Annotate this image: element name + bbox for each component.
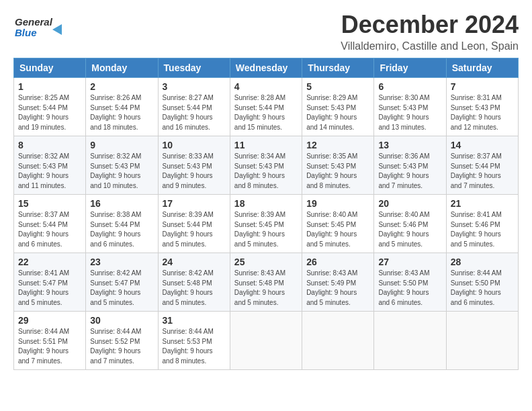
table-row: 14Sunrise: 8:37 AMSunset: 5:44 PMDayligh… bbox=[446, 136, 518, 195]
day-info: Sunrise: 8:43 AMSunset: 5:48 PMDaylight:… bbox=[234, 269, 298, 308]
day-info: Sunrise: 8:28 AMSunset: 5:44 PMDaylight:… bbox=[234, 93, 298, 132]
day-info: Sunrise: 8:32 AMSunset: 5:43 PMDaylight:… bbox=[18, 152, 81, 191]
day-number: 12 bbox=[306, 140, 369, 150]
day-info: Sunrise: 8:30 AMSunset: 5:43 PMDaylight:… bbox=[378, 93, 441, 132]
day-number: 16 bbox=[90, 198, 153, 209]
logo: General Blue bbox=[13, 11, 67, 43]
table-row: 11Sunrise: 8:34 AMSunset: 5:43 PMDayligh… bbox=[230, 136, 302, 195]
calendar-week-row: 29Sunrise: 8:44 AMSunset: 5:51 PMDayligh… bbox=[14, 312, 519, 370]
day-info: Sunrise: 8:34 AMSunset: 5:43 PMDaylight:… bbox=[234, 152, 298, 191]
table-row: 9Sunrise: 8:32 AMSunset: 5:43 PMDaylight… bbox=[86, 136, 158, 195]
calendar-week-row: 1Sunrise: 8:25 AMSunset: 5:44 PMDaylight… bbox=[14, 78, 519, 136]
day-info: Sunrise: 8:43 AMSunset: 5:50 PMDaylight:… bbox=[378, 269, 441, 308]
table-row: 20Sunrise: 8:40 AMSunset: 5:46 PMDayligh… bbox=[374, 195, 446, 253]
day-number: 13 bbox=[378, 140, 441, 150]
day-number: 22 bbox=[18, 257, 81, 267]
day-number: 31 bbox=[163, 315, 226, 326]
col-saturday: Saturday bbox=[446, 58, 518, 78]
day-info: Sunrise: 8:33 AMSunset: 5:43 PMDaylight:… bbox=[163, 152, 226, 191]
table-row: 8Sunrise: 8:32 AMSunset: 5:43 PMDaylight… bbox=[14, 136, 86, 195]
day-number: 19 bbox=[306, 198, 369, 209]
day-number: 3 bbox=[163, 81, 226, 92]
table-row: 30Sunrise: 8:44 AMSunset: 5:52 PMDayligh… bbox=[86, 312, 158, 370]
table-row bbox=[302, 312, 374, 370]
calendar-week-row: 8Sunrise: 8:32 AMSunset: 5:43 PMDaylight… bbox=[14, 136, 519, 195]
table-row: 22Sunrise: 8:41 AMSunset: 5:47 PMDayligh… bbox=[14, 253, 86, 312]
day-number: 30 bbox=[90, 315, 153, 326]
day-info: Sunrise: 8:31 AMSunset: 5:43 PMDaylight:… bbox=[451, 93, 514, 132]
table-row: 10Sunrise: 8:33 AMSunset: 5:43 PMDayligh… bbox=[158, 136, 230, 195]
table-row: 29Sunrise: 8:44 AMSunset: 5:51 PMDayligh… bbox=[14, 312, 86, 370]
table-row: 24Sunrise: 8:42 AMSunset: 5:48 PMDayligh… bbox=[158, 253, 230, 312]
svg-marker-2 bbox=[52, 24, 62, 35]
table-row: 2Sunrise: 8:26 AMSunset: 5:44 PMDaylight… bbox=[86, 78, 158, 136]
day-number: 27 bbox=[378, 257, 441, 267]
table-row: 3Sunrise: 8:27 AMSunset: 5:44 PMDaylight… bbox=[158, 78, 230, 136]
table-row: 19Sunrise: 8:40 AMSunset: 5:45 PMDayligh… bbox=[302, 195, 374, 253]
day-info: Sunrise: 8:39 AMSunset: 5:44 PMDaylight:… bbox=[163, 210, 226, 249]
svg-text:General: General bbox=[15, 16, 53, 28]
table-row: 27Sunrise: 8:43 AMSunset: 5:50 PMDayligh… bbox=[374, 253, 446, 312]
day-number: 5 bbox=[306, 81, 369, 92]
table-row: 4Sunrise: 8:28 AMSunset: 5:44 PMDaylight… bbox=[230, 78, 302, 136]
table-row: 21Sunrise: 8:41 AMSunset: 5:46 PMDayligh… bbox=[446, 195, 518, 253]
table-row: 26Sunrise: 8:43 AMSunset: 5:49 PMDayligh… bbox=[302, 253, 374, 312]
day-number: 4 bbox=[234, 81, 298, 92]
day-info: Sunrise: 8:32 AMSunset: 5:43 PMDaylight:… bbox=[90, 152, 153, 191]
table-row bbox=[230, 312, 302, 370]
day-info: Sunrise: 8:40 AMSunset: 5:45 PMDaylight:… bbox=[306, 210, 369, 249]
calendar-header-row: Sunday Monday Tuesday Wednesday Thursday… bbox=[14, 58, 519, 78]
day-number: 29 bbox=[18, 315, 81, 326]
day-info: Sunrise: 8:25 AMSunset: 5:44 PMDaylight:… bbox=[18, 93, 81, 132]
table-row: 23Sunrise: 8:42 AMSunset: 5:47 PMDayligh… bbox=[86, 253, 158, 312]
day-info: Sunrise: 8:37 AMSunset: 5:44 PMDaylight:… bbox=[451, 152, 514, 191]
table-row bbox=[374, 312, 446, 370]
table-row bbox=[446, 312, 518, 370]
header: General Blue December 2024 Villaldemiro,… bbox=[13, 11, 519, 52]
day-info: Sunrise: 8:29 AMSunset: 5:43 PMDaylight:… bbox=[306, 93, 369, 132]
table-row: 15Sunrise: 8:37 AMSunset: 5:44 PMDayligh… bbox=[14, 195, 86, 253]
location-title: Villaldemiro, Castille and Leon, Spain bbox=[341, 40, 519, 52]
title-area: December 2024 Villaldemiro, Castille and… bbox=[341, 11, 519, 52]
day-info: Sunrise: 8:41 AMSunset: 5:46 PMDaylight:… bbox=[451, 210, 514, 249]
day-number: 1 bbox=[18, 81, 81, 92]
day-number: 23 bbox=[90, 257, 153, 267]
day-info: Sunrise: 8:44 AMSunset: 5:50 PMDaylight:… bbox=[451, 269, 514, 308]
day-number: 18 bbox=[234, 198, 298, 209]
day-info: Sunrise: 8:35 AMSunset: 5:43 PMDaylight:… bbox=[306, 152, 369, 191]
table-row: 5Sunrise: 8:29 AMSunset: 5:43 PMDaylight… bbox=[302, 78, 374, 136]
day-info: Sunrise: 8:44 AMSunset: 5:53 PMDaylight:… bbox=[163, 327, 226, 366]
svg-text:Blue: Blue bbox=[15, 27, 37, 38]
day-number: 10 bbox=[163, 140, 226, 150]
logo-icon: General Blue bbox=[13, 11, 67, 43]
day-info: Sunrise: 8:44 AMSunset: 5:51 PMDaylight:… bbox=[18, 327, 81, 366]
day-number: 9 bbox=[90, 140, 153, 150]
day-number: 15 bbox=[18, 198, 81, 209]
table-row: 17Sunrise: 8:39 AMSunset: 5:44 PMDayligh… bbox=[158, 195, 230, 253]
day-number: 24 bbox=[163, 257, 226, 267]
day-number: 21 bbox=[451, 198, 514, 209]
day-info: Sunrise: 8:43 AMSunset: 5:49 PMDaylight:… bbox=[306, 269, 369, 308]
day-info: Sunrise: 8:38 AMSunset: 5:44 PMDaylight:… bbox=[90, 210, 153, 249]
month-title: December 2024 bbox=[341, 11, 519, 39]
day-number: 2 bbox=[90, 81, 153, 92]
col-tuesday: Tuesday bbox=[158, 58, 230, 78]
day-number: 25 bbox=[234, 257, 298, 267]
day-number: 20 bbox=[378, 198, 441, 209]
day-number: 17 bbox=[163, 198, 226, 209]
col-monday: Monday bbox=[86, 58, 158, 78]
day-number: 11 bbox=[234, 140, 298, 150]
day-info: Sunrise: 8:40 AMSunset: 5:46 PMDaylight:… bbox=[378, 210, 441, 249]
day-info: Sunrise: 8:44 AMSunset: 5:52 PMDaylight:… bbox=[90, 327, 153, 366]
day-info: Sunrise: 8:27 AMSunset: 5:44 PMDaylight:… bbox=[163, 93, 226, 132]
day-info: Sunrise: 8:26 AMSunset: 5:44 PMDaylight:… bbox=[90, 93, 153, 132]
table-row: 31Sunrise: 8:44 AMSunset: 5:53 PMDayligh… bbox=[158, 312, 230, 370]
table-row: 13Sunrise: 8:36 AMSunset: 5:43 PMDayligh… bbox=[374, 136, 446, 195]
day-info: Sunrise: 8:41 AMSunset: 5:47 PMDaylight:… bbox=[18, 269, 81, 308]
day-info: Sunrise: 8:42 AMSunset: 5:47 PMDaylight:… bbox=[90, 269, 153, 308]
day-info: Sunrise: 8:39 AMSunset: 5:45 PMDaylight:… bbox=[234, 210, 298, 249]
col-thursday: Thursday bbox=[302, 58, 374, 78]
table-row: 6Sunrise: 8:30 AMSunset: 5:43 PMDaylight… bbox=[374, 78, 446, 136]
col-sunday: Sunday bbox=[14, 58, 86, 78]
day-number: 14 bbox=[451, 140, 514, 150]
